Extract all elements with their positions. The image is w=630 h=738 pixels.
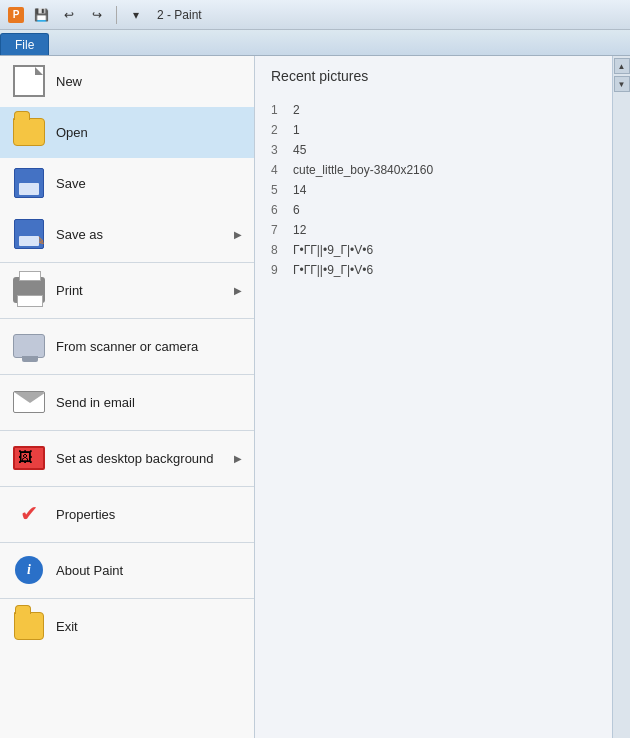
divider-5	[0, 486, 254, 487]
recent-pictures-title: Recent pictures	[271, 68, 596, 88]
divider-2	[0, 318, 254, 319]
menu-item-desktop-label: Set as desktop background	[56, 451, 234, 466]
recent-item-number: 1	[271, 103, 287, 117]
recent-item-name: 14	[293, 183, 306, 197]
properties-icon: ✔	[12, 497, 46, 531]
ribbon-tabs: File	[0, 30, 630, 56]
menu-item-new-label: New	[56, 74, 242, 89]
divider-7	[0, 598, 254, 599]
divider-4	[0, 430, 254, 431]
menu-item-print-label: Print	[56, 283, 234, 298]
recent-item[interactable]: 514	[271, 180, 596, 200]
menu-item-print[interactable]: Print	[0, 265, 254, 316]
file-menu: New Open Save Save as	[0, 56, 255, 738]
menu-item-open[interactable]: Open	[0, 107, 254, 158]
recent-item-number: 8	[271, 243, 287, 257]
app-icon: P	[8, 7, 24, 23]
menu-item-scanner-label: From scanner or camera	[56, 339, 242, 354]
menu-item-properties[interactable]: ✔ Properties	[0, 489, 254, 540]
recent-item-name: 2	[293, 103, 300, 117]
open-icon	[12, 115, 46, 149]
toolbar-separator	[116, 6, 117, 24]
desktop-arrow	[234, 453, 242, 464]
recent-pictures-panel: Recent pictures 12213454cute_little_boy-…	[255, 56, 612, 738]
scroll-more-button[interactable]: ▼	[614, 76, 630, 92]
window-title: 2 - Paint	[157, 8, 202, 22]
email-icon	[12, 385, 46, 419]
menu-item-email-label: Send in email	[56, 395, 242, 410]
recent-item[interactable]: 4cute_little_boy-3840x2160	[271, 160, 596, 180]
print-icon	[12, 273, 46, 307]
customize-button[interactable]: ▾	[125, 4, 147, 26]
recent-item-number: 7	[271, 223, 287, 237]
print-arrow	[234, 285, 242, 296]
recent-pictures-list: 12213454cute_little_boy-3840x21605146671…	[271, 100, 596, 280]
menu-item-exit[interactable]: Exit	[0, 601, 254, 652]
recent-item-name: cute_little_boy-3840x2160	[293, 163, 433, 177]
saveas-icon	[12, 217, 46, 251]
menu-item-open-label: Open	[56, 125, 242, 140]
desktop-icon	[12, 441, 46, 475]
recent-item-name: Г•ГГ||•9_Г|•V•6	[293, 243, 373, 257]
title-bar: P 💾 ↩ ↪ ▾ 2 - Paint	[0, 0, 630, 30]
about-icon: i	[12, 553, 46, 587]
undo-button[interactable]: ↩	[58, 4, 80, 26]
recent-item[interactable]: 66	[271, 200, 596, 220]
divider-1	[0, 262, 254, 263]
divider-3	[0, 374, 254, 375]
recent-item[interactable]: 345	[271, 140, 596, 160]
menu-item-scanner[interactable]: From scanner or camera	[0, 321, 254, 372]
recent-item[interactable]: 712	[271, 220, 596, 240]
menu-item-about-label: About Paint	[56, 563, 242, 578]
menu-item-new[interactable]: New	[0, 56, 254, 107]
recent-item-number: 2	[271, 123, 287, 137]
recent-item-number: 9	[271, 263, 287, 277]
recent-item-name: 6	[293, 203, 300, 217]
scanner-icon	[12, 329, 46, 363]
main-container: New Open Save Save as	[0, 56, 630, 738]
recent-item-number: 3	[271, 143, 287, 157]
scrollbar[interactable]: ▲ ▼	[612, 56, 630, 738]
quick-save-button[interactable]: 💾	[30, 4, 52, 26]
recent-item-name: Г•ГГ||•9_Г|•V•6	[293, 263, 373, 277]
menu-item-email[interactable]: Send in email	[0, 377, 254, 428]
menu-item-about[interactable]: i About Paint	[0, 545, 254, 596]
recent-item-number: 6	[271, 203, 287, 217]
new-icon	[12, 64, 46, 98]
recent-item-name: 1	[293, 123, 300, 137]
recent-item[interactable]: 21	[271, 120, 596, 140]
tab-file[interactable]: File	[0, 33, 49, 55]
recent-item[interactable]: 9Г•ГГ||•9_Г|•V•6	[271, 260, 596, 280]
menu-item-saveas-label: Save as	[56, 227, 234, 242]
exit-icon	[12, 609, 46, 643]
menu-item-desktop[interactable]: Set as desktop background	[0, 433, 254, 484]
recent-item[interactable]: 8Г•ГГ||•9_Г|•V•6	[271, 240, 596, 260]
menu-item-save[interactable]: Save	[0, 158, 254, 209]
menu-item-saveas[interactable]: Save as	[0, 209, 254, 260]
menu-item-save-label: Save	[56, 176, 242, 191]
recent-item-number: 4	[271, 163, 287, 177]
recent-item-number: 5	[271, 183, 287, 197]
divider-6	[0, 542, 254, 543]
redo-button[interactable]: ↪	[86, 4, 108, 26]
save-icon	[12, 166, 46, 200]
recent-item-name: 12	[293, 223, 306, 237]
recent-item-name: 45	[293, 143, 306, 157]
menu-item-properties-label: Properties	[56, 507, 242, 522]
menu-item-exit-label: Exit	[56, 619, 242, 634]
saveas-arrow	[234, 229, 242, 240]
recent-item[interactable]: 12	[271, 100, 596, 120]
scroll-up-button[interactable]: ▲	[614, 58, 630, 74]
